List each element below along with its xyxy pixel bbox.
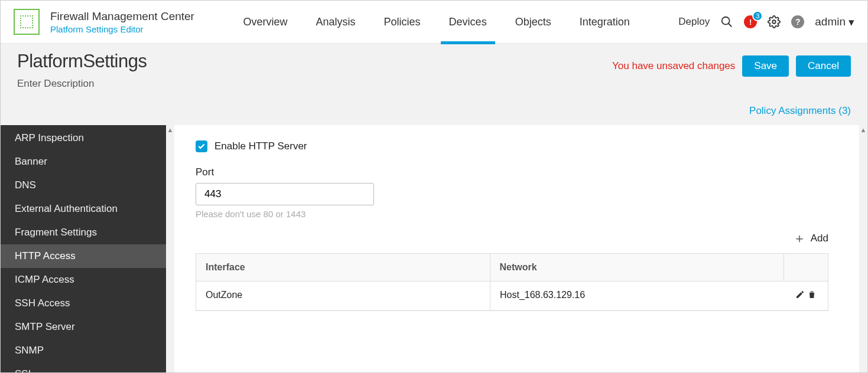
- sidebar-item-arp-inspection[interactable]: ARP Inspection: [1, 125, 166, 150]
- sidebar-item-icmp-access[interactable]: ICMP Access: [1, 268, 166, 292]
- col-interface-header: Interface: [196, 254, 490, 281]
- nav-devices[interactable]: Devices: [435, 3, 501, 41]
- alert-icon[interactable]: 3: [744, 15, 757, 28]
- sidebar-item-smtp-server[interactable]: SMTP Server: [1, 315, 166, 339]
- nav-policies[interactable]: Policies: [370, 3, 435, 41]
- save-button[interactable]: Save: [742, 55, 789, 77]
- settings-sidebar: ARP InspectionBannerDNSExternal Authenti…: [1, 125, 166, 373]
- port-label: Port: [196, 166, 828, 178]
- col-actions-header: [784, 254, 828, 281]
- page-description[interactable]: Enter Description: [17, 78, 147, 90]
- nav-overview[interactable]: Overview: [229, 3, 302, 41]
- sidebar-item-fragment-settings[interactable]: Fragment Settings: [1, 221, 166, 244]
- nav-integration[interactable]: Integration: [565, 3, 644, 41]
- content-scroll-up-icon[interactable]: [859, 125, 867, 373]
- sidebar-item-http-access[interactable]: HTTP Access: [1, 244, 166, 268]
- page-title: PlatformSettings: [17, 51, 147, 72]
- unsaved-warning: You have unsaved changes: [612, 60, 735, 72]
- sidebar-item-ssl[interactable]: SSL: [1, 362, 166, 373]
- assignments-bar: Policy Assignments (3): [1, 102, 867, 125]
- sidebar-item-ssh-access[interactable]: SSH Access: [1, 292, 166, 315]
- table-row: OutZoneHost_168.63.129.16: [196, 282, 828, 310]
- brand: Firewall Management Center Platform Sett…: [14, 9, 194, 35]
- cell-interface: OutZone: [196, 282, 490, 310]
- brand-logo-icon: [14, 9, 40, 35]
- cell-network: Host_168.63.129.16: [490, 282, 784, 310]
- sidebar-item-dns[interactable]: DNS: [1, 174, 166, 197]
- search-icon[interactable]: [720, 15, 733, 28]
- nav-objects[interactable]: Objects: [501, 3, 565, 41]
- policy-assignments-link[interactable]: Policy Assignments (3): [749, 105, 851, 116]
- port-hint: Please don't use 80 or 1443: [196, 209, 828, 219]
- chevron-down-icon: ▾: [849, 15, 854, 29]
- svg-point-0: [722, 17, 730, 25]
- brand-title: Firewall Management Center: [50, 10, 194, 23]
- plus-icon: ＋: [793, 230, 806, 247]
- cancel-button[interactable]: Cancel: [796, 55, 851, 77]
- header-right: Deploy 3 ? admin ▾: [678, 15, 854, 29]
- notification-badge: 3: [752, 11, 763, 21]
- add-button[interactable]: ＋ Add: [793, 230, 828, 247]
- delete-icon[interactable]: [807, 290, 817, 302]
- title-area: PlatformSettings Enter Description You h…: [1, 44, 867, 102]
- enable-http-checkbox[interactable]: [196, 140, 207, 152]
- enable-http-label: Enable HTTP Server: [214, 140, 307, 152]
- user-menu[interactable]: admin ▾: [815, 15, 854, 29]
- add-label: Add: [811, 233, 828, 244]
- nav-analysis[interactable]: Analysis: [302, 3, 370, 41]
- col-network-header: Network: [490, 254, 785, 281]
- sidebar-item-banner[interactable]: Banner: [1, 150, 166, 174]
- help-icon[interactable]: ?: [791, 15, 804, 28]
- user-name: admin: [815, 15, 846, 28]
- brand-subtitle: Platform Settings Editor: [50, 24, 194, 34]
- sidebar-item-external-authentication[interactable]: External Authentication: [1, 197, 166, 221]
- svg-point-2: [773, 20, 776, 24]
- svg-line-1: [729, 24, 732, 27]
- sidebar-scroll-up-icon[interactable]: [166, 125, 174, 373]
- deploy-button[interactable]: Deploy: [678, 16, 710, 28]
- main-nav: OverviewAnalysisPoliciesDevicesObjectsIn…: [194, 3, 678, 41]
- gear-icon[interactable]: [768, 15, 781, 28]
- port-input[interactable]: [196, 183, 374, 205]
- app-header: Firewall Management Center Platform Sett…: [1, 1, 867, 44]
- access-table: Interface Network OutZoneHost_168.63.129…: [196, 253, 828, 311]
- edit-icon[interactable]: [795, 290, 805, 302]
- sidebar-item-snmp[interactable]: SNMP: [1, 339, 166, 362]
